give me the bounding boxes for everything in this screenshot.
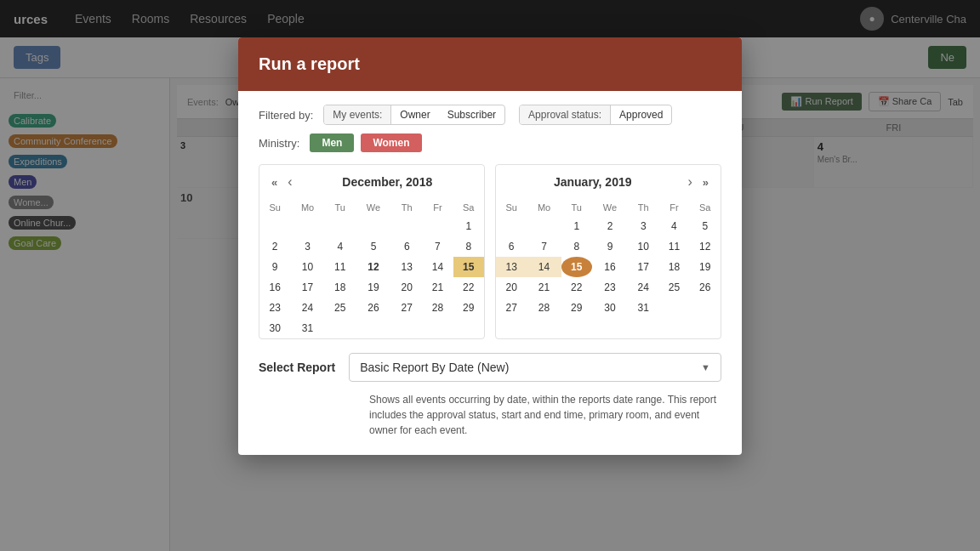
filtered-by-label: Filtered by: (259, 109, 313, 122)
cal-jan-th-fr: Fr (658, 199, 689, 216)
cal-prev-month-btn[interactable]: ‹ (282, 173, 297, 190)
cal-jan-day[interactable]: 21 (527, 277, 561, 298)
cal-dec-day[interactable]: 6 (391, 236, 422, 257)
approval-value[interactable]: Approved (611, 105, 671, 124)
cal-dec-th-we: We (356, 199, 391, 216)
cal-jan-day[interactable] (658, 298, 689, 318)
cal-jan-day[interactable]: 15 (561, 257, 592, 277)
cal-dec-day[interactable] (259, 216, 290, 236)
modal-body: Filtered by: My events: Owner Subscriber… (238, 91, 742, 455)
cal-dec-day[interactable]: 8 (453, 236, 484, 257)
cal-dec-day[interactable] (453, 318, 484, 338)
cal-dec-day[interactable]: 2 (259, 236, 290, 257)
cal-dec-day[interactable]: 3 (290, 236, 324, 257)
cal-jan-day[interactable]: 22 (561, 277, 592, 298)
cal-jan-day[interactable]: 25 (658, 277, 689, 298)
cal-jan-day[interactable]: 8 (561, 236, 592, 257)
cal-dec-day[interactable]: 12 (356, 257, 391, 277)
cal-jan-day[interactable]: 1 (561, 216, 592, 236)
cal-jan-day[interactable]: 24 (628, 277, 658, 298)
cal-dec-day[interactable]: 10 (290, 257, 324, 277)
report-dropdown[interactable]: Basic Report By Date (New) ▼ (349, 353, 721, 382)
cal-dec-day[interactable] (422, 216, 453, 236)
cal-dec-day[interactable]: 31 (290, 318, 324, 338)
cal-dec-day[interactable]: 29 (453, 298, 484, 318)
cal-dec-day[interactable]: 1 (453, 216, 484, 236)
cal-dec-day[interactable] (325, 216, 356, 236)
cal-dec-day[interactable]: 27 (391, 298, 422, 318)
report-dropdown-arrow: ▼ (701, 362, 710, 372)
cal-jan-th-sa: Sa (690, 199, 721, 216)
cal-jan-day[interactable]: 23 (592, 277, 628, 298)
owner-chip[interactable]: Owner (391, 105, 438, 124)
approval-status-label: Approval status: (520, 105, 611, 124)
select-report-label: Select Report (259, 361, 335, 374)
cal-jan-day[interactable] (527, 216, 561, 236)
cal-jan-day[interactable]: 29 (561, 298, 592, 318)
cal-dec-day[interactable]: 17 (290, 277, 324, 298)
cal-dec-day[interactable]: 28 (422, 298, 453, 318)
cal-dec-day[interactable]: 30 (259, 318, 290, 338)
cal-jan-day[interactable]: 19 (690, 257, 721, 277)
cal-jan-day[interactable]: 13 (496, 257, 527, 277)
cal-dec-day[interactable]: 9 (259, 257, 290, 277)
cal-jan-day[interactable]: 12 (690, 236, 721, 257)
cal-dec-day[interactable] (290, 216, 324, 236)
cal-dec-day[interactable]: 21 (422, 277, 453, 298)
cal-jan-day[interactable]: 28 (527, 298, 561, 318)
cal-dec-day[interactable]: 20 (391, 277, 422, 298)
cal-dec-day[interactable]: 14 (422, 257, 453, 277)
cal-jan-day[interactable]: 10 (628, 236, 658, 257)
subscriber-chip[interactable]: Subscriber (439, 105, 504, 124)
cal-jan-day[interactable]: 31 (628, 298, 658, 318)
cal-dec-day[interactable] (356, 216, 391, 236)
cal-jan-day[interactable]: 7 (527, 236, 561, 257)
cal-jan-day[interactable] (496, 216, 527, 236)
cal-jan-day[interactable]: 16 (592, 257, 628, 277)
cal-dec-day[interactable]: 18 (325, 277, 356, 298)
women-chip[interactable]: Women (361, 133, 421, 152)
cal-dec-day[interactable]: 11 (325, 257, 356, 277)
cal-jan-day[interactable]: 18 (658, 257, 689, 277)
cal-next-year-btn[interactable]: » (698, 175, 714, 190)
cal-next-month-btn[interactable]: › (682, 173, 697, 190)
cal-dec-day[interactable]: 22 (453, 277, 484, 298)
cal-jan-day[interactable]: 2 (592, 216, 628, 236)
calendars-row: « ‹ December, 2018 Su Mo Tu We Th Fr Sa (259, 164, 721, 339)
cal-dec-grid: Su Mo Tu We Th Fr Sa 1234567891011121314… (259, 199, 484, 338)
cal-jan-day[interactable]: 11 (658, 236, 689, 257)
cal-jan-day[interactable]: 27 (496, 298, 527, 318)
cal-jan-day[interactable] (690, 298, 721, 318)
cal-dec-day[interactable] (325, 318, 356, 338)
cal-dec-day[interactable] (391, 216, 422, 236)
cal-jan-day[interactable]: 30 (592, 298, 628, 318)
cal-jan-day[interactable]: 4 (658, 216, 689, 236)
cal-dec-day[interactable]: 19 (356, 277, 391, 298)
cal-dec-day[interactable]: 4 (325, 236, 356, 257)
cal-jan-day[interactable]: 5 (690, 216, 721, 236)
cal-dec-day[interactable]: 15 (453, 257, 484, 277)
cal-dec-day[interactable]: 23 (259, 298, 290, 318)
cal-dec-day[interactable]: 26 (356, 298, 391, 318)
cal-jan-day[interactable]: 9 (592, 236, 628, 257)
cal-jan-header: January, 2019 › » (496, 165, 721, 199)
cal-prev-year-btn[interactable]: « (266, 175, 282, 190)
cal-dec-day[interactable]: 5 (356, 236, 391, 257)
cal-jan-day[interactable]: 6 (496, 236, 527, 257)
cal-jan-th-tu: Tu (561, 199, 592, 216)
cal-jan-day[interactable]: 17 (628, 257, 658, 277)
cal-jan-day[interactable]: 14 (527, 257, 561, 277)
cal-dec-day[interactable]: 7 (422, 236, 453, 257)
cal-jan-day[interactable]: 3 (628, 216, 658, 236)
men-chip[interactable]: Men (310, 133, 354, 152)
cal-dec-day[interactable] (422, 318, 453, 338)
cal-dec-day[interactable]: 25 (325, 298, 356, 318)
cal-dec-day[interactable]: 13 (391, 257, 422, 277)
cal-dec-day[interactable]: 24 (290, 298, 324, 318)
cal-jan-day[interactable]: 26 (690, 277, 721, 298)
cal-dec-day[interactable] (391, 318, 422, 338)
cal-dec-day[interactable]: 16 (259, 277, 290, 298)
cal-dec-th-mo: Mo (290, 199, 324, 216)
cal-jan-day[interactable]: 20 (496, 277, 527, 298)
cal-dec-day[interactable] (356, 318, 391, 338)
